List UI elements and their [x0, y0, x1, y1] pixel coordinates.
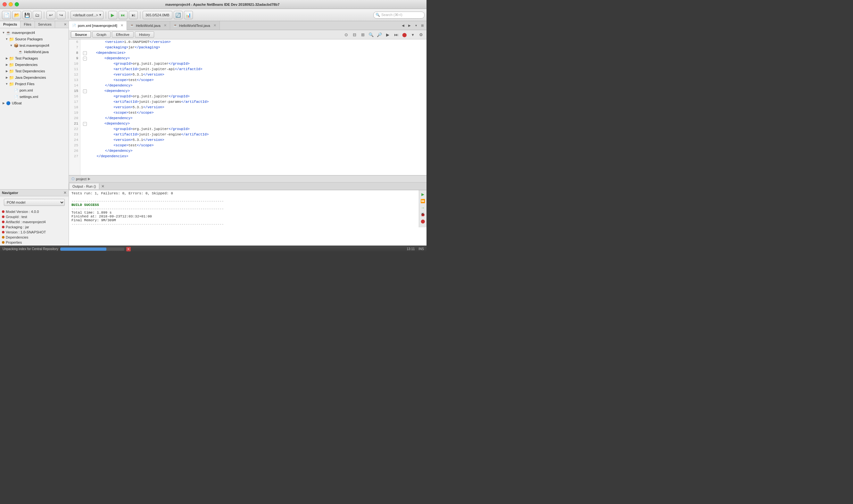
editor-tab-close-hwt[interactable]: ✕ — [213, 23, 216, 28]
action-btn-2[interactable]: ⊟ — [351, 31, 358, 38]
tab-projects[interactable]: Projects — [0, 21, 20, 28]
code-line-16: <groupId>org.junit.jupiter</groupId> — [83, 94, 424, 99]
tab-services[interactable]: Services — [35, 21, 55, 28]
editor-tab-close-pom[interactable]: ✕ — [121, 23, 123, 28]
gc-btn[interactable]: 🔄 — [174, 11, 182, 19]
tab-nav-right[interactable]: ▶ — [407, 23, 413, 29]
line-num-8: 8 — [69, 50, 80, 56]
breadcrumb-item-project[interactable]: project — [76, 177, 87, 181]
arrow-java-deps: ▶ — [4, 76, 9, 79]
line-num-13: 13 — [69, 77, 80, 83]
action-btn-run[interactable]: ▶ — [384, 31, 391, 38]
code-content[interactable]: <version>1.0-SNAPSHOT</version> <packagi… — [81, 39, 426, 175]
mode-btn-graph[interactable]: Graph — [92, 31, 110, 38]
status-close-btn[interactable]: ✕ — [126, 247, 131, 251]
action-btn-stop[interactable]: ⬤ — [401, 31, 408, 38]
nav-item-deps[interactable]: Dependencies — [2, 235, 67, 240]
tab-nav-left[interactable]: ◀ — [400, 23, 406, 29]
close-button[interactable] — [3, 2, 7, 6]
output-run-btn[interactable]: ▶ — [420, 192, 426, 197]
output-debug-btn[interactable]: 🐞 — [420, 212, 426, 217]
tree-item-pom-xml[interactable]: 📄 pom.xml — [0, 87, 69, 93]
save-all-btn[interactable]: 🗂 — [33, 11, 42, 19]
left-panel: Projects Files Services ✕ ▼ ☕ mavenproje… — [0, 21, 69, 246]
nav-label-properties: Properties — [6, 240, 22, 244]
tree-label-settings-xml: settings.xml — [20, 95, 38, 98]
code-editor[interactable]: 6789101112131415161718192021222324252627… — [69, 39, 426, 175]
search-box[interactable]: Search (⌘+I) — [373, 12, 424, 19]
action-btn-step[interactable]: ⏭ — [393, 31, 400, 38]
editor-tab-helloworldtest[interactable]: ☕ HelloWorldTest.java ✕ — [170, 21, 220, 30]
output-content[interactable]: Tests run: 1, Failures: 0, Errors: 0, Sk… — [69, 190, 419, 227]
output-tab-label: Output - Run () — [72, 184, 96, 188]
fold-marker-9[interactable]: - — [83, 57, 87, 60]
tree-item-dependencies[interactable]: ▶ 📁 Dependencies — [0, 61, 69, 68]
panel-close-btn[interactable]: ✕ — [62, 21, 69, 28]
fold-marker-15[interactable]: - — [83, 89, 87, 93]
navigator-model-select[interactable]: POM model — [4, 199, 65, 206]
output-stop-btn[interactable]: ⬤ — [420, 218, 426, 224]
editor-tab-pom[interactable]: 📄 pom.xml [mavenproject4] ✕ — [69, 21, 127, 30]
action-btn-1[interactable]: ⊙ — [343, 31, 350, 38]
tree-label-uboat: UBoat — [12, 101, 22, 105]
action-btn-zoom-in[interactable]: 🔍 — [368, 31, 375, 38]
arrow-test-deps: ▶ — [4, 70, 9, 73]
action-btn-search[interactable]: 🔎 — [376, 31, 383, 38]
memory-label: 365.0/524.0MB — [145, 13, 170, 17]
config-select[interactable]: <default conf...> ▾ — [70, 11, 104, 19]
maximize-button[interactable] — [15, 2, 19, 6]
panel-tabs: Projects Files Services ✕ — [0, 21, 69, 28]
tree-item-test-dependencies[interactable]: ▶ 📁 Test Dependencies — [0, 68, 69, 74]
tab-files[interactable]: Files — [20, 21, 35, 28]
code-line-11: <artifactId>junit-jupiter-api</artifactI… — [83, 67, 424, 72]
code-line-21: - <dependency> — [83, 121, 424, 126]
tree-item-mavenproject4[interactable]: ▼ ☕ mavenproject4 — [0, 30, 69, 36]
tree-label-dependencies: Dependencies — [15, 63, 37, 67]
nav-item-properties[interactable]: Properties — [2, 240, 67, 245]
action-btn-more[interactable]: ▾ — [409, 31, 416, 38]
redo-btn[interactable]: ↪ — [57, 11, 66, 19]
debug-btn[interactable]: ⏭ — [119, 11, 127, 19]
open-project-btn[interactable]: 📂 — [12, 11, 21, 19]
line-num-11: 11 — [69, 67, 80, 72]
tree-item-project-files[interactable]: ▼ 📁 Project Files — [0, 81, 69, 87]
output-run-again-btn[interactable]: ⏩ — [420, 198, 426, 204]
arrow-test-packages: ▶ — [4, 57, 9, 60]
tree-item-java-dependencies[interactable]: ▶ 📁 Java Dependencies — [0, 74, 69, 81]
output-close-btn[interactable]: ✕ — [99, 183, 106, 190]
mode-btn-source[interactable]: Source — [71, 31, 91, 38]
save-btn[interactable]: 💾 — [22, 11, 31, 19]
mode-btn-effective[interactable]: Effective — [112, 31, 134, 38]
tree-item-uboat[interactable]: ▶ 🔵 UBoat — [0, 100, 69, 106]
project-tree: ▼ ☕ mavenproject4 ▼ 📁 Source Packages ▼ … — [0, 28, 69, 189]
tab-restore-btn[interactable]: ⊞ — [419, 23, 425, 29]
tree-item-settings-xml[interactable]: 📄 settings.xml — [0, 93, 69, 100]
undo-btn[interactable]: ↩ — [47, 11, 55, 19]
tree-label-java-dependencies: Java Dependencies — [15, 76, 46, 79]
config-label: <default conf...> — [73, 13, 98, 17]
code-line-12: <version>5.3.1</version> — [83, 72, 424, 77]
navigator-close-btn[interactable]: ✕ — [64, 191, 67, 195]
tree-item-source-packages[interactable]: ▼ 📁 Source Packages — [0, 36, 69, 42]
memory-indicator[interactable]: 365.0/524.0MB — [143, 11, 172, 19]
editor-tab-helloworld[interactable]: ☕ HelloWorld.java ✕ — [127, 21, 170, 30]
editor-tab-close-hw[interactable]: ✕ — [164, 23, 167, 28]
folder-icon-source: 📁 — [9, 36, 14, 42]
tree-item-helloworld[interactable]: ☕ HelloWorld.java — [0, 49, 69, 55]
profile-snapshot-btn[interactable]: 📊 — [184, 11, 193, 19]
tree-item-test-packages[interactable]: ▶ 📁 Test Packages — [0, 55, 69, 61]
fold-marker-8[interactable]: - — [83, 51, 87, 55]
action-btn-settings[interactable]: ⚙ — [418, 31, 424, 38]
action-btn-3[interactable]: ⊞ — [359, 31, 366, 38]
tab-dropdown-btn[interactable]: ▾ — [413, 23, 419, 29]
nav-dot-model-version — [2, 210, 4, 213]
fold-marker-21[interactable]: - — [83, 122, 87, 126]
run-project-btn[interactable]: ▶ — [108, 11, 117, 19]
minimize-button[interactable] — [8, 2, 13, 6]
output-tab-run[interactable]: Output - Run () — [69, 183, 99, 189]
mode-btn-history[interactable]: History — [135, 31, 154, 38]
new-project-btn[interactable]: 📄 — [2, 11, 11, 19]
profile-btn[interactable]: ⏯ — [129, 11, 138, 19]
tree-item-test-package[interactable]: ▼ 📦 test.mavenproject4 — [0, 42, 69, 49]
output-step-btn[interactable]: → — [420, 205, 426, 211]
